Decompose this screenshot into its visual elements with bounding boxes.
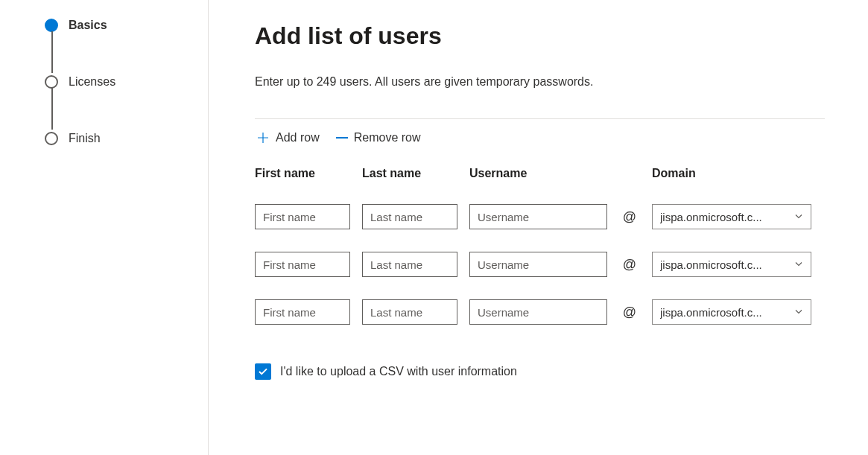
first-name-input[interactable] [255, 252, 350, 277]
first-name-input[interactable] [255, 299, 350, 325]
section-divider [255, 118, 825, 119]
csv-label: I'd like to upload a CSV with user infor… [280, 365, 517, 378]
step-bullet-icon [45, 132, 58, 145]
add-row-label: Add row [276, 131, 320, 144]
table-toolbar: Add row Remove row [255, 128, 825, 147]
page-title: Add list of users [255, 22, 825, 50]
last-name-input[interactable] [362, 204, 457, 229]
remove-row-button[interactable]: Remove row [335, 128, 422, 147]
at-symbol: @ [619, 209, 640, 225]
chevron-down-icon [794, 211, 803, 223]
username-input[interactable] [469, 252, 607, 277]
csv-checkbox[interactable] [255, 363, 271, 380]
step-label: Basics [69, 19, 107, 32]
chevron-down-icon [794, 306, 803, 319]
step-label: Finish [69, 132, 101, 145]
last-name-input[interactable] [362, 299, 457, 325]
table-row: @ jispa.onmicrosoft.c... [255, 299, 825, 325]
chevron-down-icon [794, 258, 803, 271]
first-name-input[interactable] [255, 204, 350, 229]
domain-value: jispa.onmicrosoft.c... [660, 211, 788, 223]
col-first-name: First name [255, 167, 350, 180]
col-last-name: Last name [362, 167, 457, 180]
checkmark-icon [258, 366, 268, 377]
table-row: @ jispa.onmicrosoft.c... [255, 252, 825, 277]
add-row-button[interactable]: Add row [255, 128, 321, 147]
step-licenses[interactable]: Licenses [45, 73, 208, 91]
main-panel: Add list of users Enter up to 249 users.… [209, 0, 868, 455]
last-name-input[interactable] [362, 252, 457, 277]
step-label: Licenses [69, 75, 115, 89]
step-connector [51, 88, 53, 130]
domain-select[interactable]: jispa.onmicrosoft.c... [652, 299, 811, 325]
step-bullet-active-icon [45, 19, 58, 32]
minus-icon [336, 137, 348, 139]
csv-upload-option: I'd like to upload a CSV with user infor… [255, 363, 825, 380]
domain-select[interactable]: jispa.onmicrosoft.c... [652, 204, 811, 229]
step-finish[interactable]: Finish [45, 130, 208, 147]
at-symbol: @ [619, 257, 640, 273]
step-bullet-icon [45, 75, 58, 89]
table-header: First name Last name Username Domain [255, 167, 825, 180]
domain-value: jispa.onmicrosoft.c... [660, 306, 788, 319]
page-subtitle: Enter up to 249 users. All users are giv… [255, 75, 825, 89]
table-row: @ jispa.onmicrosoft.c... [255, 204, 825, 229]
username-input[interactable] [469, 204, 607, 229]
col-username: Username [469, 167, 607, 180]
username-input[interactable] [469, 299, 607, 325]
step-connector [51, 31, 53, 73]
wizard-steps-nav: Basics Licenses Finish [0, 0, 209, 455]
domain-value: jispa.onmicrosoft.c... [660, 258, 788, 271]
step-basics[interactable]: Basics [45, 16, 208, 34]
at-symbol: @ [619, 305, 640, 320]
remove-row-label: Remove row [354, 131, 421, 144]
domain-select[interactable]: jispa.onmicrosoft.c... [652, 252, 811, 277]
plus-icon [256, 131, 270, 144]
col-domain: Domain [652, 167, 811, 180]
